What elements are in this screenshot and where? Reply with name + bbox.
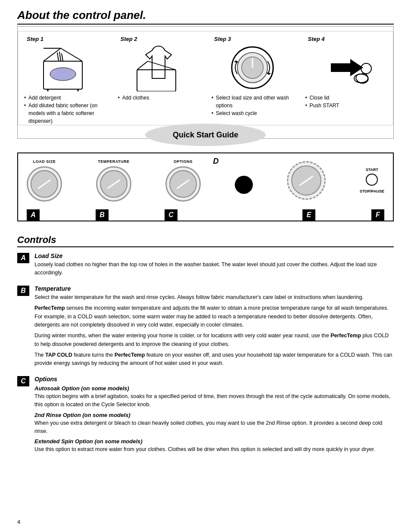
second-rinse-desc: When you use extra detergent or bleach t…	[34, 419, 394, 436]
temperature-label: TEMPERATURE	[98, 159, 129, 164]
stop-label: STOP/PAUSE	[360, 189, 384, 193]
svg-line-11	[137, 61, 148, 70]
step-1-icon	[37, 44, 93, 91]
control-a-desc: Loosely load clothes no higher than the …	[34, 261, 394, 277]
load-size-group: LOAD SIZE	[27, 159, 62, 202]
cycle-selector-dial	[287, 161, 326, 200]
control-b-content: Temperature Select the water temperature…	[34, 285, 394, 370]
step-2: Step 2 Add clothes	[112, 36, 206, 102]
step-3-description: Select load size and other wash options …	[210, 94, 295, 117]
control-panel-diagram: D LOAD SIZE TEMPERATURE OPTIONS	[17, 152, 394, 221]
svg-point-23	[361, 63, 371, 74]
extended-spin-desc: Use this option to extract more water fr…	[34, 445, 394, 454]
step-1: Step 1	[18, 36, 112, 125]
control-b-badge: B	[17, 286, 29, 296]
step-1-description: Add detergent Add diluted fabric softene…	[22, 94, 108, 125]
svg-line-5	[57, 53, 59, 61]
step-3: Step 3	[206, 36, 299, 117]
svg-rect-10	[137, 70, 176, 91]
step-2-icon	[131, 44, 187, 91]
autosoak-desc: This option begins with a brief agitatio…	[34, 392, 394, 409]
controls-title: Controls	[17, 234, 394, 247]
step-3-label: Step 3	[214, 36, 231, 42]
svg-line-2	[61, 48, 82, 61]
control-a-badge: A	[17, 253, 29, 263]
badge-b: B	[96, 209, 109, 221]
load-size-dial-inner	[31, 170, 58, 198]
control-a-item: A Load Size Loosely load clothes no high…	[17, 252, 394, 280]
badge-f: F	[371, 209, 384, 221]
quick-start-label: Quick Start Guide	[145, 124, 266, 146]
autosoak-title: Autosoak Option (on some models)	[34, 385, 394, 392]
options-dial-inner	[169, 170, 197, 198]
steps-section: Step 1	[17, 26, 394, 139]
control-c-content: Options Autosoak Option (on some models)…	[34, 376, 394, 457]
step-4: Step 4 Close lid Push START	[299, 36, 393, 109]
cycle-selector-group	[287, 161, 326, 200]
options-label: OPTIONS	[174, 159, 193, 164]
page-number: 4	[17, 519, 20, 525]
badge-row: A B C E F	[27, 205, 384, 221]
start-label: START	[366, 168, 378, 172]
svg-line-7	[62, 53, 63, 61]
step-3-icon	[224, 44, 280, 91]
step-1-label: Step 1	[27, 36, 44, 42]
step-2-label: Step 2	[121, 36, 137, 42]
control-b-name: Temperature	[34, 285, 394, 292]
section-d-label: D	[213, 157, 218, 166]
steps-container: Step 1	[18, 31, 393, 125]
step-4-label: Step 4	[308, 36, 325, 42]
d-indicator-dot	[235, 176, 253, 194]
options-group: OPTIONS	[165, 159, 201, 202]
temperature-dial	[96, 166, 131, 202]
start-stop-area: START STOP/PAUSE	[360, 168, 384, 193]
extended-spin-title: Extended Spin Option (on some models)	[34, 438, 394, 445]
control-a-content: Load Size Loosely load clothes no higher…	[34, 252, 394, 280]
load-size-label: LOAD SIZE	[33, 159, 56, 164]
start-stop-group: START STOP/PAUSE	[360, 168, 384, 193]
step-4-icon	[318, 44, 374, 91]
options-dial	[165, 166, 201, 202]
page-title: About the control panel.	[17, 9, 394, 25]
step-2-description: Add clothes	[116, 94, 149, 102]
control-a-name: Load Size	[34, 252, 394, 259]
cycle-selector-inner	[291, 165, 321, 196]
control-c-badge: C	[17, 376, 29, 386]
badge-c: C	[165, 209, 177, 221]
control-b-item: B Temperature Select the water temperatu…	[17, 285, 394, 370]
temperature-dial-inner	[100, 170, 128, 198]
control-b-desc-2: PerfecTemp senses the incoming water tem…	[34, 304, 394, 329]
temperature-group: TEMPERATURE	[96, 159, 131, 202]
step-4-description: Close lid Push START	[304, 94, 339, 109]
second-rinse-title: 2nd Rinse Option (on some models)	[34, 412, 394, 418]
control-c-name: Options	[34, 376, 394, 383]
start-button[interactable]	[366, 174, 378, 186]
control-panel-inner: LOAD SIZE TEMPERATURE OPTIONS	[27, 159, 384, 202]
control-c-item: C Options Autosoak Option (on some model…	[17, 376, 394, 457]
load-size-dial	[27, 166, 62, 202]
svg-point-4	[50, 68, 76, 81]
control-b-desc-3: During winter months, when the water ent…	[34, 332, 394, 348]
badge-a: A	[27, 209, 40, 221]
badge-e: E	[302, 209, 315, 221]
control-b-desc-4: The TAP COLD feature turns the PerfecTem…	[34, 351, 394, 368]
svg-line-6	[59, 52, 61, 61]
control-b-desc-1: Select the water temperature for the was…	[34, 293, 394, 302]
svg-marker-21	[331, 59, 363, 76]
d-indicator-group	[235, 176, 253, 194]
